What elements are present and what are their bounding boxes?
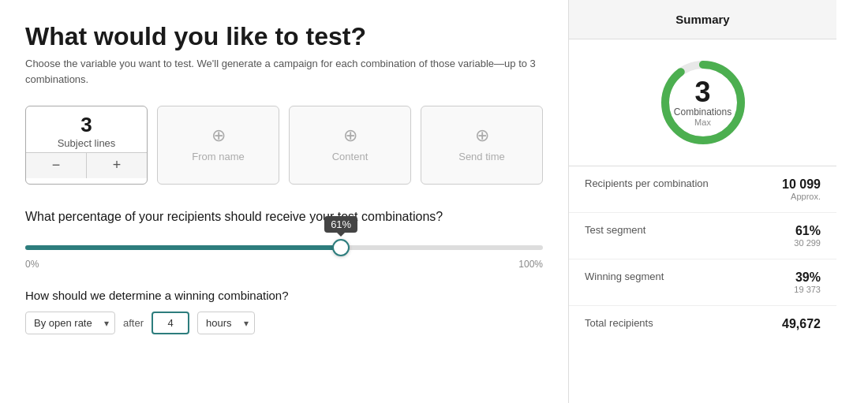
card-subject-lines: 3 Subject lines − + [25, 106, 148, 185]
slider-bg [25, 245, 543, 250]
main-val-winning-segment: 39% [794, 271, 821, 285]
content-label: Content [332, 151, 369, 162]
sub-val-test-segment: 30 299 [794, 238, 821, 248]
page-subtitle: Choose the variable you want to test. We… [25, 56, 543, 87]
plus-icon: ⊕ [211, 125, 226, 146]
slider-min-label: 0% [25, 259, 39, 270]
slider-question: What percentage of your recipients shoul… [25, 210, 543, 224]
combo-number: 3 [674, 78, 731, 106]
summary-row-recipients-per-combo: Recipients per combination 10 099 Approx… [569, 166, 836, 213]
row-value-test-segment: 61% 30 299 [794, 224, 821, 248]
send-time-label: Send time [458, 151, 505, 162]
plus-icon: ⊕ [475, 125, 489, 146]
main-val-recipients-per-combo: 10 099 [782, 177, 821, 192]
combo-max: Max [674, 118, 731, 127]
winning-controls: By open rate By click rate By revenue af… [25, 312, 543, 334]
increment-button[interactable]: + [87, 153, 147, 178]
slider-container: 61% 0% 100% [25, 240, 543, 270]
subject-lines-label: Subject lines [58, 137, 116, 149]
slider-max-label: 100% [518, 259, 543, 270]
slider-fill [25, 245, 341, 250]
row-value-recipients-per-combo: 10 099 Approx. [782, 177, 821, 201]
row-value-winning-segment: 39% 19 373 [794, 271, 821, 294]
card-controls: − + [26, 152, 147, 178]
card-content[interactable]: ⊕ Content [289, 106, 411, 185]
summary-row-winning-segment: Winning segment 39% 19 373 [569, 259, 836, 306]
time-select[interactable]: hours days [197, 312, 255, 334]
row-key-winning-segment: Winning segment [585, 271, 664, 282]
main-val-test-segment: 61% [794, 224, 821, 238]
winning-label: How should we determine a winning combin… [25, 289, 543, 302]
summary-panel: Summary 3 Combinations Max Recipients pe… [568, 0, 836, 403]
combo-label: Combinations [674, 106, 731, 118]
summary-row-test-segment: Test segment 61% 30 299 [569, 213, 836, 259]
card-send-time[interactable]: ⊕ Send time [421, 106, 543, 185]
sub-val-winning-segment: 19 373 [794, 285, 821, 294]
method-select-wrapper: By open rate By click rate By revenue [25, 312, 115, 334]
method-select[interactable]: By open rate By click rate By revenue [25, 312, 115, 334]
summary-row-total-recipients: Total recipients 49,672 [569, 306, 836, 342]
hours-input[interactable] [152, 312, 189, 334]
winning-section: How should we determine a winning combin… [25, 289, 543, 334]
main-val-total-recipients: 49,672 [782, 317, 821, 331]
summary-header: Summary [569, 0, 836, 39]
from-name-label: From name [192, 151, 244, 162]
donut-center: 3 Combinations Max [674, 78, 731, 127]
card-from-name[interactable]: ⊕ From name [157, 106, 279, 185]
slider-thumb[interactable] [332, 239, 350, 256]
slider-labels: 0% 100% [25, 259, 543, 270]
slider-track [25, 240, 543, 256]
summary-rows: Recipients per combination 10 099 Approx… [569, 166, 836, 342]
after-label: after [123, 317, 144, 329]
row-key-test-segment: Test segment [585, 224, 645, 236]
main-content: What would you like to test? Choose the … [0, 0, 568, 403]
time-select-wrapper: hours days [197, 312, 255, 334]
page-title: What would you like to test? [25, 22, 543, 51]
decrement-button[interactable]: − [26, 153, 87, 178]
row-key-recipients-per-combo: Recipients per combination [585, 177, 709, 189]
row-key-total-recipients: Total recipients [585, 317, 653, 329]
slider-tooltip: 61% [324, 216, 357, 233]
subject-lines-count: 3 [80, 113, 92, 137]
row-value-total-recipients: 49,672 [782, 317, 821, 331]
variable-cards: 3 Subject lines − + ⊕ From name ⊕ Conten… [25, 106, 543, 185]
summary-donut: 3 Combinations Max [569, 39, 836, 166]
sub-val-recipients-per-combo: Approx. [782, 192, 821, 201]
plus-icon: ⊕ [343, 125, 357, 146]
donut-wrapper: 3 Combinations Max [656, 55, 750, 150]
